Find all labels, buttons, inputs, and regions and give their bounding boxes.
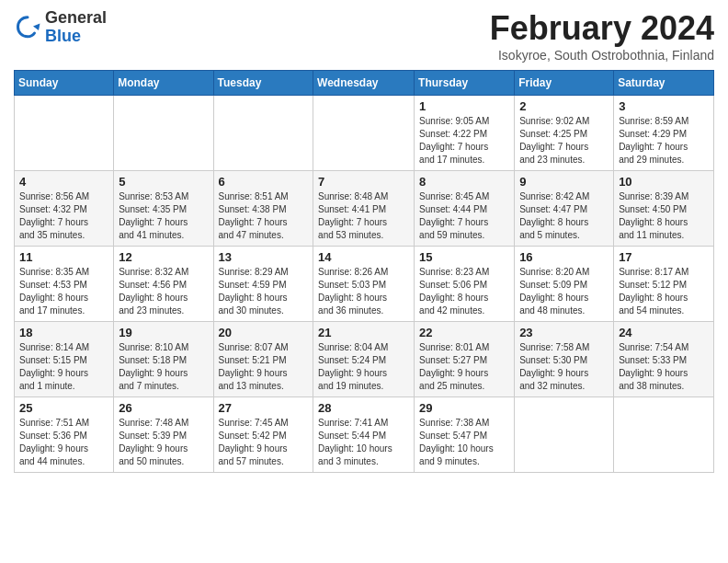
calendar-day-header: Friday <box>515 71 614 96</box>
day-number: 20 <box>219 326 309 339</box>
day-info: Sunrise: 8:10 AM Sunset: 5:18 PM Dayligh… <box>119 341 208 393</box>
day-number: 10 <box>619 175 709 189</box>
month-year-title: February 2024 <box>490 9 714 48</box>
calendar-day-header: Saturday <box>614 71 714 96</box>
calendar-day-cell: 14Sunrise: 8:26 AM Sunset: 5:03 PM Dayli… <box>313 247 415 322</box>
calendar-day-cell: 12Sunrise: 8:32 AM Sunset: 4:56 PM Dayli… <box>114 247 213 322</box>
calendar-day-cell <box>515 397 614 473</box>
location-subtitle: Isokyroe, South Ostrobothnia, Finland <box>490 48 714 63</box>
day-info: Sunrise: 8:23 AM Sunset: 5:06 PM Dayligh… <box>419 266 509 317</box>
calendar-day-cell <box>614 397 714 473</box>
calendar-header-row: SundayMondayTuesdayWednesdayThursdayFrid… <box>15 71 714 96</box>
calendar-day-cell: 6Sunrise: 8:51 AM Sunset: 4:38 PM Daylig… <box>213 171 313 247</box>
day-number: 12 <box>119 250 208 264</box>
day-info: Sunrise: 8:14 AM Sunset: 5:15 PM Dayligh… <box>19 341 108 393</box>
day-info: Sunrise: 8:59 AM Sunset: 4:29 PM Dayligh… <box>619 115 709 167</box>
calendar-day-cell: 17Sunrise: 8:17 AM Sunset: 5:12 PM Dayli… <box>614 247 714 322</box>
day-number: 15 <box>419 250 509 264</box>
calendar-day-cell: 29Sunrise: 7:38 AM Sunset: 5:47 PM Dayli… <box>415 397 515 473</box>
day-number: 14 <box>318 250 409 264</box>
day-info: Sunrise: 8:42 AM Sunset: 4:47 PM Dayligh… <box>519 190 609 242</box>
calendar-day-cell: 22Sunrise: 8:01 AM Sunset: 5:27 PM Dayli… <box>415 322 515 397</box>
day-number: 6 <box>219 175 309 189</box>
day-info: Sunrise: 8:17 AM Sunset: 5:12 PM Dayligh… <box>619 266 709 317</box>
day-info: Sunrise: 8:51 AM Sunset: 4:38 PM Dayligh… <box>219 190 309 242</box>
calendar-day-cell: 20Sunrise: 8:07 AM Sunset: 5:21 PM Dayli… <box>213 322 313 397</box>
day-info: Sunrise: 9:05 AM Sunset: 4:22 PM Dayligh… <box>419 115 509 167</box>
calendar-day-header: Wednesday <box>313 71 415 96</box>
logo: General Blue <box>14 9 107 46</box>
day-info: Sunrise: 8:26 AM Sunset: 5:03 PM Dayligh… <box>318 266 409 317</box>
day-number: 8 <box>419 175 509 189</box>
title-section: February 2024 Isokyroe, South Ostrobothn… <box>490 9 714 63</box>
calendar-day-cell: 13Sunrise: 8:29 AM Sunset: 4:59 PM Dayli… <box>213 247 313 322</box>
calendar-day-cell: 9Sunrise: 8:42 AM Sunset: 4:47 PM Daylig… <box>515 171 614 247</box>
day-number: 29 <box>419 401 509 415</box>
day-number: 5 <box>119 175 208 189</box>
day-info: Sunrise: 7:54 AM Sunset: 5:33 PM Dayligh… <box>619 341 709 393</box>
calendar-day-cell: 21Sunrise: 8:04 AM Sunset: 5:24 PM Dayli… <box>313 322 415 397</box>
calendar-day-cell: 28Sunrise: 7:41 AM Sunset: 5:44 PM Dayli… <box>313 397 415 473</box>
day-info: Sunrise: 7:58 AM Sunset: 5:30 PM Dayligh… <box>519 341 609 393</box>
day-number: 27 <box>219 401 309 415</box>
day-number: 18 <box>19 326 108 339</box>
calendar-day-cell: 27Sunrise: 7:45 AM Sunset: 5:42 PM Dayli… <box>213 397 313 473</box>
calendar-day-cell: 3Sunrise: 8:59 AM Sunset: 4:29 PM Daylig… <box>614 96 714 171</box>
calendar-day-cell: 18Sunrise: 8:14 AM Sunset: 5:15 PM Dayli… <box>15 322 114 397</box>
day-number: 3 <box>619 99 709 113</box>
calendar-day-cell <box>114 96 213 171</box>
calendar-day-cell: 4Sunrise: 8:56 AM Sunset: 4:32 PM Daylig… <box>15 171 114 247</box>
calendar-day-cell: 19Sunrise: 8:10 AM Sunset: 5:18 PM Dayli… <box>114 322 213 397</box>
calendar-day-header: Tuesday <box>213 71 313 96</box>
day-number: 26 <box>119 401 208 415</box>
svg-marker-0 <box>33 23 40 30</box>
day-number: 22 <box>419 326 509 339</box>
calendar-day-header: Monday <box>114 71 213 96</box>
calendar-day-cell <box>313 96 415 171</box>
calendar-day-cell: 26Sunrise: 7:48 AM Sunset: 5:39 PM Dayli… <box>114 397 213 473</box>
calendar-day-cell <box>15 96 114 171</box>
logo-general-text: General <box>45 9 107 28</box>
day-number: 4 <box>19 175 108 189</box>
day-info: Sunrise: 8:04 AM Sunset: 5:24 PM Dayligh… <box>318 341 409 393</box>
calendar-table: SundayMondayTuesdayWednesdayThursdayFrid… <box>14 70 714 473</box>
day-number: 24 <box>619 326 709 339</box>
day-number: 28 <box>318 401 409 415</box>
calendar-day-cell: 5Sunrise: 8:53 AM Sunset: 4:35 PM Daylig… <box>114 171 213 247</box>
day-number: 19 <box>119 326 208 339</box>
day-info: Sunrise: 7:48 AM Sunset: 5:39 PM Dayligh… <box>119 417 208 468</box>
day-number: 1 <box>419 99 509 113</box>
calendar-day-cell: 7Sunrise: 8:48 AM Sunset: 4:41 PM Daylig… <box>313 171 415 247</box>
calendar-day-cell: 11Sunrise: 8:35 AM Sunset: 4:53 PM Dayli… <box>15 247 114 322</box>
day-info: Sunrise: 8:39 AM Sunset: 4:50 PM Dayligh… <box>619 190 709 242</box>
day-number: 23 <box>519 326 609 339</box>
day-info: Sunrise: 8:20 AM Sunset: 5:09 PM Dayligh… <box>519 266 609 317</box>
calendar-day-cell: 10Sunrise: 8:39 AM Sunset: 4:50 PM Dayli… <box>614 171 714 247</box>
day-info: Sunrise: 8:56 AM Sunset: 4:32 PM Dayligh… <box>19 190 108 242</box>
day-info: Sunrise: 8:01 AM Sunset: 5:27 PM Dayligh… <box>419 341 509 393</box>
day-info: Sunrise: 8:07 AM Sunset: 5:21 PM Dayligh… <box>219 341 309 393</box>
logo-text: General Blue <box>45 9 107 46</box>
day-number: 2 <box>519 99 609 113</box>
day-info: Sunrise: 8:32 AM Sunset: 4:56 PM Dayligh… <box>119 266 208 317</box>
day-info: Sunrise: 7:45 AM Sunset: 5:42 PM Dayligh… <box>219 417 309 468</box>
calendar-day-header: Thursday <box>415 71 515 96</box>
calendar-day-cell: 23Sunrise: 7:58 AM Sunset: 5:30 PM Dayli… <box>515 322 614 397</box>
calendar-day-cell: 15Sunrise: 8:23 AM Sunset: 5:06 PM Dayli… <box>415 247 515 322</box>
calendar-day-cell <box>213 96 313 171</box>
day-info: Sunrise: 8:45 AM Sunset: 4:44 PM Dayligh… <box>419 190 509 242</box>
calendar-day-cell: 24Sunrise: 7:54 AM Sunset: 5:33 PM Dayli… <box>614 322 714 397</box>
day-number: 7 <box>318 175 409 189</box>
calendar-week-row: 11Sunrise: 8:35 AM Sunset: 4:53 PM Dayli… <box>15 247 714 322</box>
calendar-week-row: 4Sunrise: 8:56 AM Sunset: 4:32 PM Daylig… <box>15 171 714 247</box>
calendar-day-cell: 2Sunrise: 9:02 AM Sunset: 4:25 PM Daylig… <box>515 96 614 171</box>
day-info: Sunrise: 7:51 AM Sunset: 5:36 PM Dayligh… <box>19 417 108 468</box>
logo-blue-text: Blue <box>45 28 107 46</box>
calendar-day-cell: 8Sunrise: 8:45 AM Sunset: 4:44 PM Daylig… <box>415 171 515 247</box>
day-number: 16 <box>519 250 609 264</box>
calendar-day-cell: 25Sunrise: 7:51 AM Sunset: 5:36 PM Dayli… <box>15 397 114 473</box>
day-number: 21 <box>318 326 409 339</box>
calendar-week-row: 25Sunrise: 7:51 AM Sunset: 5:36 PM Dayli… <box>15 397 714 473</box>
day-info: Sunrise: 7:41 AM Sunset: 5:44 PM Dayligh… <box>318 417 409 468</box>
day-info: Sunrise: 8:53 AM Sunset: 4:35 PM Dayligh… <box>119 190 208 242</box>
